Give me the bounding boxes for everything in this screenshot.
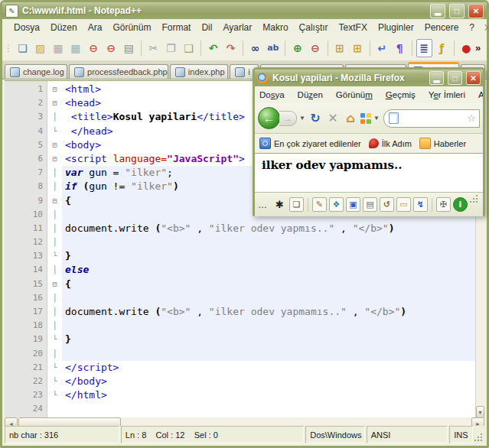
bookmark-most-visited[interactable]: En çok ziyaret edilenler (259, 138, 361, 149)
bookmark-firstrun[interactable]: İlk Adım (369, 138, 412, 148)
firefox-menu-item-geçmiş[interactable]: Geçmiş (386, 89, 422, 101)
info-icon[interactable]: i (453, 197, 468, 212)
bug-icon[interactable]: ✱ (272, 197, 287, 212)
new-page-icon[interactable]: ❏ (289, 197, 304, 212)
statusbar-ellipsis[interactable]: … (258, 200, 267, 210)
print-icon[interactable]: ▤ (121, 39, 137, 57)
history-dropdown-arrow[interactable]: ▼ (299, 115, 305, 122)
firefox-maximize-button[interactable]: □ (448, 71, 462, 85)
firefox-menu-item-düzen[interactable]: Düzen (298, 89, 330, 101)
redo-icon[interactable]: ↷ (223, 39, 239, 57)
back-button[interactable]: ← (258, 107, 280, 129)
zoom-in-icon[interactable]: ⊕ (289, 39, 305, 57)
fold-marker[interactable]: ⊟ (47, 194, 62, 208)
reload-button[interactable]: ↻ (308, 111, 323, 125)
new-file-icon[interactable]: ❏ (15, 39, 31, 57)
menu-item-düzen[interactable]: Düzen (45, 21, 83, 34)
edit-icon[interactable]: ✎ (312, 197, 327, 212)
box-icon[interactable]: ▭ (396, 197, 411, 212)
menu-item-makro[interactable]: Makro (257, 21, 293, 34)
note-icon[interactable]: ↺ (380, 197, 394, 212)
stop-button[interactable]: ✕ (325, 111, 341, 125)
paste-icon[interactable]: ❑ (181, 39, 197, 57)
firefox-titlebar[interactable]: Kosul yapilari - Mozilla Firefox ▂ □ ✕ (255, 70, 483, 86)
lightning-icon[interactable]: ↯ (413, 197, 428, 212)
fold-marker[interactable]: ⊟ (47, 83, 62, 96)
code-line: 15⊟{ (5, 278, 476, 291)
toolbar-overflow-chevron[interactable]: » (475, 42, 484, 54)
bookmark-star-icon[interactable]: ☆ (467, 112, 476, 124)
copy-icon[interactable]: ❐ (163, 39, 179, 57)
open-folder-icon[interactable]: ▨ (32, 39, 48, 57)
forward-button[interactable]: → (279, 111, 297, 126)
replace-icon[interactable]: ab (265, 39, 281, 57)
close-all-icon[interactable]: ⊖ (103, 39, 119, 57)
menu-item-görünüm[interactable]: Görünüm (107, 21, 156, 34)
tab-processfeedback.php[interactable]: processfeedback.php (69, 64, 168, 79)
menu-item-textfx[interactable]: TextFX (334, 21, 373, 34)
tools-icon[interactable]: ✠ (436, 197, 451, 212)
find-icon[interactable]: ∞ (247, 39, 263, 57)
sync-scroll-v-icon[interactable]: ⊞ (331, 39, 347, 57)
line-number: 18 (5, 319, 47, 333)
most-visited-icon (259, 138, 271, 149)
firefox-menu-item-araçlar[interactable]: Araçlar (478, 89, 483, 101)
save-icon[interactable]: ▣ (346, 197, 360, 212)
menu-item-dosya[interactable]: Dosya (8, 21, 45, 34)
show-all-chars-icon[interactable]: ¶ (392, 39, 408, 57)
window-resize-grip[interactable] (474, 426, 484, 443)
menu-item-çalıştır[interactable]: Çalıştır (294, 21, 334, 34)
statusbar-separator (432, 198, 432, 212)
menu-item-?[interactable]: ? (464, 21, 480, 34)
fold-marker: │ (47, 347, 62, 361)
firstrun-icon (369, 138, 379, 148)
save-all-icon[interactable]: ▦ (67, 39, 83, 57)
line-number: 4 (5, 125, 47, 138)
fold-marker[interactable]: ⊟ (47, 96, 62, 110)
notepadpp-titlebar[interactable]: ✎ C:\www\if.html - Notepad++ ▂ □ ✕ (2, 2, 487, 19)
quick-launch-grid-icon[interactable] (360, 113, 371, 124)
page-icon (389, 112, 399, 124)
menu-item-ara[interactable]: Ara (83, 21, 108, 34)
firefox-menu-item-dosya[interactable]: Dosya (259, 89, 292, 101)
undo-icon[interactable]: ↶ (205, 39, 221, 57)
sync-scroll-h-icon[interactable]: ⊞ (350, 39, 366, 57)
code-line: 24 (5, 402, 476, 416)
toolbar-separator (328, 41, 328, 56)
firefox-minimize-button[interactable]: ▂ (429, 71, 444, 85)
maximize-button[interactable]: □ (449, 4, 465, 18)
close-doc-icon[interactable]: ⊖ (86, 39, 102, 57)
indent-guide-icon[interactable]: ≣ (416, 39, 432, 57)
menu-item-pluginler[interactable]: Pluginler (373, 21, 419, 34)
menu-item-dil[interactable]: Dil (196, 21, 217, 34)
grid-dropdown-arrow[interactable]: ▼ (373, 115, 380, 122)
palette-icon[interactable]: ❖ (329, 197, 344, 212)
line-number: 11 (5, 222, 47, 235)
page-output-text: ilker odev yapmamıs.. (262, 158, 476, 172)
doc-map-icon[interactable]: ƒ (434, 39, 450, 57)
fold-marker[interactable]: ⊟ (47, 278, 62, 291)
firefox-menu-item-yer-i̇mleri[interactable]: Yer İmleri (429, 89, 472, 101)
menu-item-pencere[interactable]: Pencere (419, 21, 465, 34)
macro-record-icon[interactable]: ● (458, 39, 474, 57)
bookmark-news[interactable]: Haberler (419, 138, 466, 149)
tab-index.php[interactable]: index.php (170, 64, 228, 79)
home-button[interactable]: ⌂ (343, 111, 358, 125)
menu-item-ayarlar[interactable]: Ayarlar (217, 21, 257, 34)
cut-icon[interactable]: ✂ (145, 39, 161, 57)
scroll-down-arrow[interactable]: ▼ (476, 406, 484, 418)
tab-change.log[interactable]: change.log (5, 64, 67, 79)
firefox-menu-item-görünüm[interactable]: Görünüm (336, 89, 380, 101)
minimize-button[interactable]: ▂ (430, 4, 445, 18)
print-icon[interactable]: ▤ (363, 197, 377, 212)
menu-item-format[interactable]: Format (156, 21, 196, 34)
word-wrap-icon[interactable]: ↵ (374, 39, 390, 57)
close-button[interactable]: ✕ (468, 4, 484, 18)
firefox-close-button[interactable]: ✕ (466, 71, 481, 85)
save-icon[interactable]: ▦ (50, 39, 66, 57)
fold-marker[interactable]: ⊟ (47, 152, 62, 166)
zoom-out-icon[interactable]: ⊖ (307, 39, 323, 57)
menubar-close-doc-icon[interactable]: X (480, 23, 489, 32)
url-bar[interactable]: ☆ (383, 109, 480, 128)
fold-marker[interactable]: ⊟ (47, 138, 62, 152)
